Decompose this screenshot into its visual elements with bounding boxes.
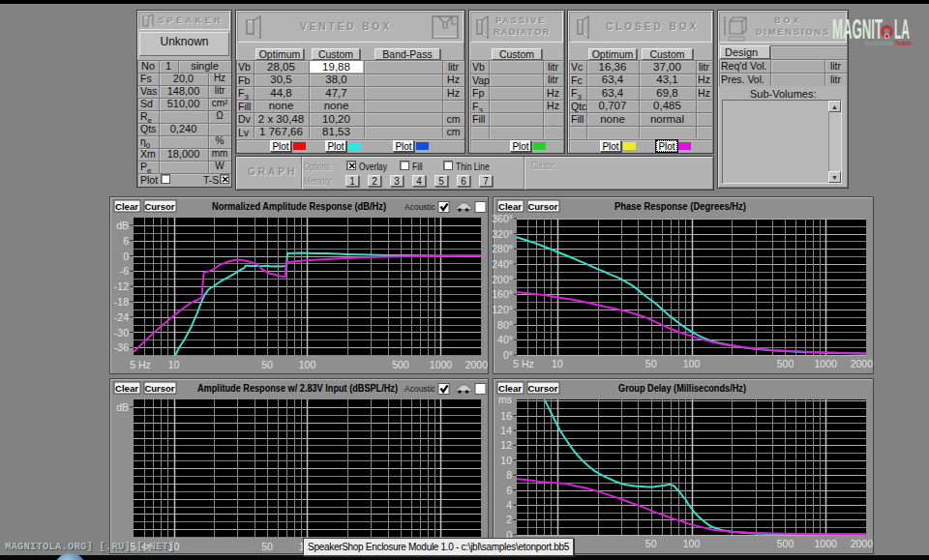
svg-text:Clear: Clear <box>115 201 138 212</box>
svg-text:-30: -30 <box>114 327 129 339</box>
svg-text:1000: 1000 <box>815 358 838 369</box>
svg-text:Clear: Clear <box>498 201 522 212</box>
svg-text:120°: 120° <box>493 304 513 315</box>
svg-text:2000: 2000 <box>851 538 874 549</box>
svg-text:Exclusive: Exclusive <box>864 40 893 46</box>
svg-text:12: 12 <box>500 439 512 451</box>
svg-text:100: 100 <box>683 538 701 549</box>
svg-text:4: 4 <box>506 499 512 511</box>
svg-text:-12: -12 <box>114 280 129 292</box>
svg-text:0°: 0° <box>503 349 513 361</box>
svg-text:1000: 1000 <box>815 538 838 549</box>
svg-text:6: 6 <box>506 485 512 496</box>
svg-text:Clear: Clear <box>115 383 138 394</box>
svg-text:320°: 320° <box>493 228 513 240</box>
svg-text:16: 16 <box>500 410 512 422</box>
svg-text:2000: 2000 <box>851 358 874 369</box>
svg-text:50: 50 <box>261 541 273 552</box>
svg-text:80°: 80° <box>497 319 513 331</box>
svg-text:5 Hz: 5 Hz <box>130 359 151 370</box>
svg-text:-36: -36 <box>114 341 129 353</box>
svg-text:-6: -6 <box>120 265 129 277</box>
svg-text:10: 10 <box>168 359 180 370</box>
svg-text:Phase Response (Degrees/Hz): Phase Response (Degrees/Hz) <box>614 201 746 212</box>
svg-text:10: 10 <box>552 358 563 369</box>
svg-text:-24: -24 <box>114 311 129 323</box>
svg-text:ms: ms <box>498 394 512 405</box>
svg-text:Cursor: Cursor <box>527 201 557 212</box>
svg-text:50: 50 <box>645 538 657 549</box>
svg-text:Cursor: Cursor <box>144 201 174 212</box>
svg-text:14: 14 <box>500 425 512 436</box>
svg-text:Team: Team <box>894 40 912 46</box>
svg-text:Cursor: Cursor <box>144 383 174 394</box>
svg-text:Cursor: Cursor <box>527 383 557 394</box>
svg-text:160°: 160° <box>493 288 513 300</box>
svg-text:2: 2 <box>506 514 512 525</box>
svg-text:5 Hz: 5 Hz <box>513 358 534 369</box>
svg-text:Acoustic: Acoustic <box>405 202 436 212</box>
svg-text:10: 10 <box>500 455 512 466</box>
svg-text:8: 8 <box>506 469 512 481</box>
svg-text:40°: 40° <box>497 334 513 345</box>
svg-text:280°: 280° <box>493 243 513 254</box>
svg-text:50: 50 <box>645 358 657 369</box>
svg-text:240°: 240° <box>493 258 513 270</box>
svg-text:100: 100 <box>683 358 701 369</box>
svg-text:0: 0 <box>123 251 129 262</box>
svg-text:360°: 360° <box>493 213 513 224</box>
svg-text:Amplitude Response w/ 2.83V In: Amplitude Response w/ 2.83V Input (dBSPL… <box>197 383 398 394</box>
svg-text:1000: 1000 <box>430 359 453 370</box>
svg-text:500: 500 <box>777 358 794 369</box>
svg-text:6: 6 <box>123 235 129 247</box>
svg-text:500: 500 <box>392 359 409 370</box>
svg-text:-18: -18 <box>114 296 129 308</box>
svg-text:200°: 200° <box>493 274 513 285</box>
svg-text:Acoustic: Acoustic <box>405 384 436 394</box>
svg-text:2000: 2000 <box>465 359 489 370</box>
svg-text:100: 100 <box>299 359 316 370</box>
svg-text:Clear: Clear <box>498 383 522 394</box>
svg-text:dB: dB <box>116 220 129 231</box>
svg-text:Group Delay (Milliseconds/Hz): Group Delay (Milliseconds/Hz) <box>618 383 746 394</box>
svg-text:Normalized Amplitude Response: Normalized Amplitude Response (dB/Hz) <box>212 201 386 212</box>
svg-text:50: 50 <box>261 359 273 370</box>
svg-text:dB: dB <box>116 401 129 413</box>
svg-text:500: 500 <box>777 538 794 549</box>
